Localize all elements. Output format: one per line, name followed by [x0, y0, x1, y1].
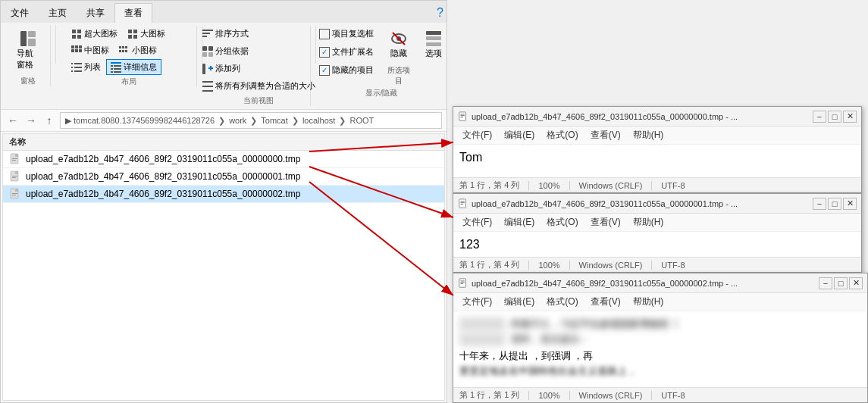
svg-rect-24: [74, 63, 82, 64]
file-item-1[interactable]: upload_e7adb12b_4b47_4606_89f2_0319011c0…: [3, 168, 444, 186]
show-hide-label: 显示/隐藏: [365, 88, 398, 98]
minimize-btn-1[interactable]: −: [813, 111, 826, 123]
file-ext-btn[interactable]: 文件扩展名: [315, 44, 378, 60]
large-icon-btn[interactable]: 大图标: [123, 26, 170, 42]
address-bar[interactable]: ▶ tomcat.8080.13745699982446128726 ❯ wor…: [60, 112, 442, 129]
tab-home[interactable]: 主页: [39, 3, 77, 23]
fit-col-btn[interactable]: 将所有列调整为合适的大小: [198, 78, 320, 94]
nav-pane-button[interactable]: 导航窗格: [11, 26, 44, 74]
list-btn[interactable]: 列表: [67, 59, 105, 75]
menu-view-2[interactable]: 查看(V): [584, 214, 627, 230]
svg-rect-4: [77, 30, 81, 33]
svg-rect-69: [461, 115, 465, 116]
svg-rect-68: [461, 114, 465, 114]
menu-format-3[interactable]: 格式(O): [541, 294, 584, 310]
close-btn-3[interactable]: ✕: [849, 277, 863, 289]
svg-rect-13: [79, 45, 82, 48]
svg-rect-65: [12, 193, 17, 194]
notepad-3-menubar: 文件(F) 编辑(E) 格式(O) 查看(V) 帮助(H): [453, 293, 867, 311]
medium-icon-btn[interactable]: 中图标: [67, 42, 114, 58]
svg-rect-8: [133, 30, 137, 33]
svg-rect-77: [461, 282, 465, 283]
notepad-1-title: upload_e7adb12b_4b47_4606_89f2_0319011c0…: [472, 112, 810, 121]
nav-bar: ← → ↑ ▶ tomcat.8080.13745699982446128726…: [1, 110, 447, 132]
menu-view-1[interactable]: 查看(V): [584, 127, 627, 143]
menu-help-1[interactable]: 帮助(H): [627, 127, 670, 143]
maximize-btn-1[interactable]: □: [828, 111, 841, 123]
menu-view-3[interactable]: 查看(V): [584, 294, 627, 310]
file-item-0[interactable]: upload_e7adb12b_4b47_4606_89f2_0319011c0…: [3, 151, 444, 168]
svg-rect-15: [75, 49, 78, 52]
file-name-1: upload_e7adb12b_4b47_4606_89f2_0319011c0…: [26, 171, 300, 182]
column-header[interactable]: 名称: [3, 134, 444, 151]
svg-rect-5: [72, 35, 76, 39]
minimize-btn-3[interactable]: −: [819, 277, 832, 289]
detail-icon: [111, 62, 121, 73]
small-icon-btn[interactable]: 小图标: [114, 42, 161, 58]
current-view-group: 排序方式 分组依据: [207, 26, 311, 106]
svg-rect-22: [125, 50, 127, 52]
svg-rect-12: [75, 45, 78, 48]
back-button[interactable]: ←: [5, 113, 20, 128]
notepad-3-titlebar-btns: − □ ✕: [819, 277, 863, 289]
menu-file-1[interactable]: 文件(F): [456, 127, 498, 143]
group-btn[interactable]: 分组依据: [198, 43, 320, 59]
add-col-btn[interactable]: 添加列: [198, 61, 320, 77]
notepad-2-titlebar: upload_e7adb12b_4b47_4606_89f2_0319011c0…: [453, 194, 861, 214]
maximize-btn-3[interactable]: □: [834, 277, 848, 289]
notepad-title-icon-3: [458, 278, 468, 289]
help-icon[interactable]: ?: [437, 6, 443, 20]
menu-format-1[interactable]: 格式(O): [541, 127, 584, 143]
sort-btn[interactable]: 排序方式: [198, 26, 320, 42]
svg-rect-30: [111, 65, 113, 67]
minimize-btn-2[interactable]: −: [813, 198, 826, 210]
detail-btn[interactable]: 详细信息: [106, 59, 161, 75]
svg-rect-70: [461, 117, 464, 117]
sort-icon: [202, 29, 213, 39]
current-view-label: 当前视图: [243, 95, 274, 106]
extra-large-icon: [71, 29, 82, 39]
menu-file-2[interactable]: 文件(F): [456, 214, 498, 230]
svg-rect-57: [12, 158, 17, 159]
layout-group: 超大图标 大图标: [61, 26, 197, 87]
up-button[interactable]: ↑: [42, 113, 57, 128]
notepad-1-content[interactable]: Tom: [453, 145, 861, 177]
svg-rect-42: [208, 52, 213, 57]
svg-rect-43: [202, 64, 205, 74]
close-btn-2[interactable]: ✕: [843, 198, 857, 210]
small-icon: [119, 45, 130, 56]
forward-button[interactable]: →: [24, 113, 39, 128]
menu-file-3[interactable]: 文件(F): [456, 294, 498, 310]
svg-rect-16: [79, 49, 82, 52]
breadcrumb: ▶ tomcat.8080.13745699982446128726 ❯ wor…: [65, 116, 374, 126]
hide-btn[interactable]: 隐藏: [384, 26, 413, 63]
menu-edit-2[interactable]: 编辑(E): [498, 214, 541, 230]
notepad-1-menubar: 文件(F) 编辑(E) 格式(O) 查看(V) 帮助(H): [453, 127, 861, 145]
notepad-2-content[interactable]: 123: [453, 232, 861, 257]
file-item-2[interactable]: upload_e7adb12b_4b47_4606_89f2_0319011c0…: [3, 186, 444, 203]
notepad-2-titlebar-btns: − □ ✕: [813, 198, 857, 210]
options-btn[interactable]: 选项: [419, 26, 448, 86]
extra-large-icon-btn[interactable]: 超大图标: [67, 26, 122, 42]
close-btn-1[interactable]: ✕: [843, 111, 857, 123]
notepad-3-content[interactable]: 闭幕不久，习近平在参观国家博物馆《 览时，首次提出： 十年来，从提出 ，到强调 …: [453, 311, 867, 387]
menu-help-3[interactable]: 帮助(H): [627, 294, 670, 310]
menu-format-2[interactable]: 格式(O): [541, 214, 584, 230]
menu-edit-1[interactable]: 编辑(E): [498, 127, 541, 143]
file-icon-2: [9, 188, 21, 200]
tab-file[interactable]: 文件: [1, 3, 39, 23]
svg-rect-46: [202, 81, 213, 83]
svg-rect-25: [71, 67, 73, 68]
status-sep-1: [528, 181, 529, 190]
svg-rect-18: [122, 46, 124, 48]
menu-edit-3[interactable]: 编辑(E): [498, 294, 541, 310]
tab-view[interactable]: 查看: [114, 3, 152, 23]
menu-help-2[interactable]: 帮助(H): [627, 214, 670, 230]
svg-rect-9: [128, 35, 132, 39]
checkbox-btn[interactable]: 项目复选框: [315, 26, 378, 42]
notepad-3-statusbar: 第 1 行，第 1 列 100% Windows (CRLF) UTF-8: [453, 387, 867, 402]
maximize-btn-2[interactable]: □: [828, 198, 841, 210]
hidden-items-btn[interactable]: 隐藏的项目: [315, 62, 378, 78]
tab-share[interactable]: 共享: [77, 3, 114, 23]
notepad-window-1: upload_e7adb12b_4b47_4606_89f2_0319011c0…: [453, 106, 862, 193]
